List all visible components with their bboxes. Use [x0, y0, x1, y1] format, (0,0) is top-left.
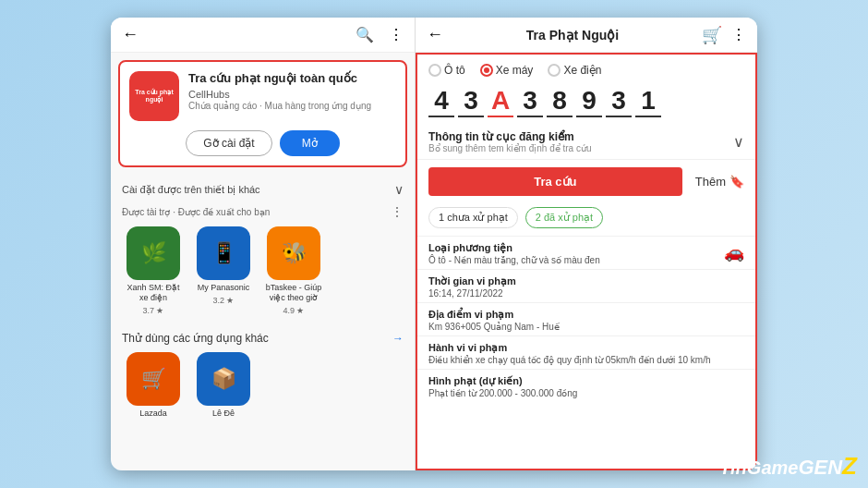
- detail-label-time: Thời gian vi phạm: [428, 275, 744, 287]
- left-panel: ← 🔍 ⋮ Tra cứu phạt nguội Tra cứu phạt ng…: [111, 18, 416, 470]
- radio-circle-xemay: [480, 64, 493, 77]
- watermark-gen: GEN: [798, 456, 842, 479]
- app-thumb-panasonic[interactable]: 📱 My Panasonic 3.2 ★: [192, 226, 255, 315]
- panasonic-rating: 3.2 ★: [212, 296, 234, 305]
- radio-circle-xedien: [548, 64, 561, 77]
- sponsored-bar: Được tài trợ · Được đề xuất cho bạn ⋮: [111, 201, 415, 223]
- right-back-icon[interactable]: ←: [427, 25, 443, 44]
- xanh-sm-rating: 3.7 ★: [142, 306, 163, 315]
- detail-label-penalty: Hình phạt (dự kiến): [428, 375, 744, 387]
- lede-name: Lê Ðê: [212, 409, 235, 419]
- radio-circle-oto: [428, 64, 441, 77]
- featured-buttons: Gỡ cài đặt Mở: [129, 130, 396, 156]
- panasonic-icon: 📱: [197, 226, 250, 280]
- info-title: Thông tin từ cục đăng kiểm: [428, 130, 592, 143]
- plate-char-6: 9: [576, 86, 602, 117]
- detail-time: Thời gian vi phạm 16:14, 27/11/2022: [417, 269, 755, 302]
- detail-label-behavior: Hành vi vi phạm: [428, 342, 744, 354]
- lazada-icon: 🛒: [127, 352, 180, 406]
- left-top-bar: ← 🔍 ⋮: [111, 18, 415, 53]
- plate-char-7: 3: [606, 86, 632, 117]
- search-icon[interactable]: 🔍: [356, 26, 374, 43]
- install-chevron: ∨: [394, 182, 404, 197]
- detail-value-behavior: Điều khiển xe chạy quá tốc độ quy định t…: [428, 355, 744, 365]
- app-thumb-lazada[interactable]: 🛒 Lazada: [122, 352, 185, 419]
- try-section: Thử dùng các ứng dụng khác →: [111, 324, 415, 348]
- sponsored-label: Được tài trợ · Được đề xuất cho bạn: [122, 207, 270, 217]
- install-section[interactable]: Cài đặt được trên thiết bị khác ∨: [111, 175, 415, 201]
- sponsored-apps-row: 🌿 Xanh SM: Đặt xe điện 3.7 ★ 📱 My Panaso…: [111, 223, 415, 319]
- plate-char-1: 4: [428, 86, 454, 117]
- add-icon: 🔖: [729, 175, 744, 189]
- app-thumb-xanh-sm[interactable]: 🌿 Xanh SM: Đặt xe điện 3.7 ★: [122, 226, 185, 315]
- xanh-sm-icon: 🌿: [127, 226, 180, 280]
- detail-label-location: Địa điểm vi phạm: [428, 309, 744, 321]
- app-info: Tra cứu phạt nguội toàn quốc CellHubs Ch…: [188, 71, 396, 111]
- back-icon[interactable]: ←: [122, 25, 139, 44]
- panasonic-name: My Panasonic: [198, 283, 250, 293]
- info-chevron: ∨: [733, 133, 744, 151]
- phone-container: ← 🔍 ⋮ Tra cứu phạt nguội Tra cứu phạt ng…: [111, 18, 757, 470]
- cart-icon[interactable]: 🛒: [702, 25, 722, 45]
- try-label: Thử dùng các ứng dụng khác: [122, 332, 269, 345]
- watermark-z: Z: [842, 452, 857, 480]
- detail-vehicle-icon: 🚗: [724, 242, 744, 262]
- detail-location: Địa điểm vi phạm Km 936+005 Quảng Nam - …: [417, 302, 755, 336]
- right-top-bar: ← Tra Phạt Nguội 🛒 ⋮: [416, 18, 757, 53]
- detail-penalty: Hình phạt (dự kiến) Phạt tiền từ 200.000…: [417, 369, 755, 402]
- info-content: Thông tin từ cục đăng kiểm Bổ sung thêm …: [428, 130, 592, 153]
- lazada-name: Lazada: [139, 409, 167, 419]
- app-icon-text: Tra cứu phạt nguội: [129, 87, 179, 106]
- xanh-sm-name: Xanh SM: Đặt xe điện: [122, 283, 185, 303]
- status-unpunished[interactable]: 1 chưa xử phạt: [428, 207, 518, 228]
- detail-label-vehicle: Loại phương tiện: [428, 242, 600, 254]
- app-thumb-btaskee[interactable]: 🐝 bTaskee - Giúp việc theo giờ 4.9 ★: [262, 226, 325, 315]
- detail-value-penalty: Phạt tiền từ 200.000 - 300.000 đồng: [428, 388, 744, 398]
- add-button[interactable]: Thêm 🔖: [695, 175, 744, 189]
- detail-vehicle-type: Loại phương tiện Ô tô - Nền màu trắng, c…: [417, 236, 755, 269]
- app-title: Tra cứu phạt nguội toàn quốc: [188, 71, 396, 87]
- left-top-bar-icons: 🔍 ⋮: [356, 26, 404, 43]
- radio-label-xemay: Xe máy: [496, 64, 534, 77]
- featured-card-top: Tra cứu phạt nguội Tra cứu phạt nguội to…: [129, 71, 396, 121]
- right-panel: ← Tra Phạt Nguội 🛒 ⋮ Ô tô: [416, 18, 757, 470]
- action-row: Tra cứu Thêm 🔖: [417, 160, 755, 203]
- btaskee-name: bTaskee - Giúp việc theo giờ: [262, 283, 325, 303]
- app-thumb-lede[interactable]: 📦 Lê Ðê: [192, 352, 255, 419]
- sponsored-more-icon[interactable]: ⋮: [391, 204, 404, 219]
- try-apps-row: 🛒 Lazada 📦 Lê Ðê: [111, 348, 415, 422]
- add-label: Thêm: [695, 175, 726, 189]
- radio-oto[interactable]: Ô tô: [428, 64, 465, 77]
- info-section[interactable]: Thông tin từ cục đăng kiểm Bổ sung thêm …: [417, 125, 755, 160]
- radio-xemay[interactable]: Xe máy: [480, 64, 534, 77]
- open-button[interactable]: Mở: [280, 130, 340, 156]
- plate-char-3: A: [488, 86, 513, 117]
- right-top-icons: 🛒 ⋮: [702, 25, 746, 45]
- uninstall-button[interactable]: Gỡ cài đặt: [186, 130, 271, 156]
- radio-xedien[interactable]: Xe điện: [548, 64, 601, 77]
- plate-char-4: 3: [517, 86, 543, 117]
- right-top-title: Tra Phạt Nguội: [526, 28, 619, 43]
- radio-dot-xemay: [484, 67, 489, 73]
- vehicle-type-row: Ô tô Xe máy Xe điện: [417, 55, 755, 82]
- app-icon: Tra cứu phạt nguội: [129, 71, 179, 121]
- install-label: Cài đặt được trên thiết bị khác: [122, 184, 260, 196]
- plate-number: 4 3 A 3 8 9 3 1: [417, 82, 755, 125]
- more-right-icon[interactable]: ⋮: [731, 26, 746, 43]
- btaskee-icon: 🐝: [267, 226, 320, 280]
- app-developer: CellHubs: [188, 89, 396, 100]
- app-description: Chứa quảng cáo · Mua hàng trong ứng dụng: [188, 101, 396, 111]
- radio-label-xedien: Xe điện: [563, 64, 601, 77]
- lede-icon: 📦: [197, 352, 250, 406]
- btaskee-rating: 4.9 ★: [283, 306, 304, 315]
- search-button[interactable]: Tra cứu: [428, 167, 682, 196]
- detail-behavior: Hành vi vi phạm Điều khiển xe chạy quá t…: [417, 336, 755, 369]
- screenshot-container: ← 🔍 ⋮ Tra cứu phạt nguội Tra cứu phạt ng…: [0, 0, 868, 488]
- plate-char-8: 1: [635, 86, 661, 117]
- featured-app-card: Tra cứu phạt nguội Tra cứu phạt nguội to…: [118, 60, 407, 167]
- plate-char-5: 8: [547, 86, 573, 117]
- more-icon[interactable]: ⋮: [389, 26, 404, 43]
- status-processed[interactable]: 2 đã xử phạt: [525, 207, 603, 228]
- try-arrow[interactable]: →: [392, 332, 404, 345]
- detail-value-vehicle: Ô tô - Nền màu trắng, chữ và số màu đen: [428, 255, 600, 265]
